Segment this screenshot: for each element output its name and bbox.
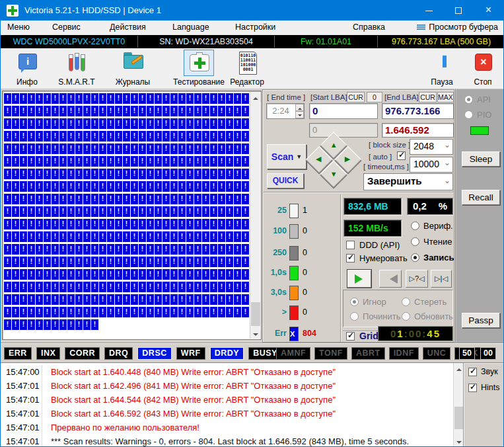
testing-button[interactable]: Тестирование	[167, 50, 231, 87]
block-size-combo[interactable]: 2048⌄	[410, 139, 453, 155]
end-lba-cur-button[interactable]: CUR	[419, 92, 437, 102]
skip-end-button[interactable]: ▷|◁	[431, 270, 452, 288]
block-cell-error: !	[107, 307, 114, 317]
block-cell-error: !	[202, 93, 209, 104]
timeout-combo[interactable]: 10000⌄	[410, 157, 453, 173]
start-lba-cur-button[interactable]: CUR	[347, 92, 365, 102]
skip-question-button[interactable]: ▷?◁	[406, 270, 428, 288]
block-cell-error: !	[115, 307, 122, 317]
smart-button[interactable]: S.M.A.R.T	[55, 50, 98, 87]
start-lba-input[interactable]: 0	[309, 103, 378, 119]
verify-radio[interactable]	[411, 222, 419, 230]
block-cell-error: !	[226, 269, 233, 280]
buffer-view-button[interactable]: Просмотр буфера	[417, 22, 498, 32]
log-scrollbar[interactable]	[453, 363, 463, 446]
end-time-spinner[interactable]: 2:24	[266, 103, 305, 119]
block-cell-error: !	[28, 319, 35, 330]
block-cell-error: !	[20, 106, 27, 116]
on-end-action-combo[interactable]: Завершить⌄	[363, 173, 453, 190]
end-lba-label: [End LBA]	[384, 93, 419, 101]
block-cell-error: !	[59, 143, 67, 154]
block-cell-error: !	[20, 169, 27, 179]
block-cell-error: !	[36, 131, 43, 142]
block-cell-error: !	[67, 206, 75, 217]
menu-item-menu[interactable]: Меню	[7, 22, 30, 32]
block-cell-error: !	[186, 93, 194, 104]
block-cell-error: !	[194, 206, 201, 217]
log-time: 15:47:01	[6, 393, 40, 407]
block-cell-error: !	[36, 194, 43, 204]
info-button[interactable]: i Инфо	[5, 50, 49, 87]
block-cell-error: !	[107, 231, 114, 242]
block-cell-error: !	[210, 93, 217, 104]
block-cell-error: !	[202, 294, 209, 305]
block-cell-error: !	[242, 307, 249, 317]
menu-item-settings[interactable]: Настройки	[235, 22, 275, 32]
block-cell-error: !	[20, 219, 27, 229]
read-radio[interactable]	[411, 237, 419, 246]
block-cell-error: !	[99, 131, 106, 142]
block-cell-error: !	[242, 282, 249, 292]
status-light-drsc: DRSC	[137, 347, 171, 360]
spin-down-icon[interactable]	[295, 111, 304, 118]
hints-checkbox[interactable]: ✓	[468, 384, 477, 392]
scroll-down-icon[interactable]	[250, 329, 261, 339]
log-scroll-thumb[interactable]	[454, 407, 464, 429]
refresh-radio[interactable]	[402, 312, 410, 321]
menu-item-help[interactable]: Справка	[353, 22, 385, 32]
start-lba-zero-button[interactable]: 0	[367, 92, 382, 102]
editor-button[interactable]: 010110 110011 101000 0001 Редактор	[222, 50, 272, 87]
grid-checkbox[interactable]: ✓	[346, 332, 355, 341]
block-cell-error: !	[234, 93, 241, 104]
stop-button[interactable]: × Стоп	[461, 50, 504, 87]
pause-button[interactable]: Пауза	[420, 50, 464, 87]
erase-radio[interactable]	[402, 298, 410, 306]
block-cell-error: !	[139, 294, 146, 305]
block-map-scrollbar[interactable]	[250, 92, 260, 339]
block-cell-error: !	[178, 143, 186, 154]
block-cell-error: !	[4, 194, 11, 204]
recall-button[interactable]: Recall	[462, 190, 500, 205]
scroll-thumb[interactable]	[251, 302, 260, 326]
menu-item-actions[interactable]: Действия	[110, 22, 146, 32]
auto-checkbox[interactable]: ✓	[397, 151, 406, 160]
sleep-button[interactable]: Sleep	[462, 151, 500, 167]
block-cell-error: !	[28, 244, 35, 255]
menu-item-language[interactable]: Language	[172, 22, 209, 32]
numerate-checkbox[interactable]: ✓	[346, 254, 355, 263]
api-radio[interactable]	[464, 95, 473, 104]
block-cell-error: !	[12, 106, 19, 116]
block-cell-error: !	[242, 269, 249, 280]
ignore-radio[interactable]	[350, 298, 359, 306]
minimize-button[interactable]	[414, 1, 444, 20]
close-button[interactable]: ×	[474, 1, 503, 20]
menu-item-service[interactable]: Сервис	[52, 22, 81, 32]
pio-radio[interactable]	[464, 110, 473, 119]
ddd-checkbox[interactable]	[346, 241, 355, 249]
play-button[interactable]	[347, 270, 371, 288]
repair-radio[interactable]	[350, 312, 359, 321]
back-button[interactable]	[379, 270, 402, 288]
passp-button[interactable]: Passp	[462, 313, 500, 328]
block-cell-error: !	[12, 244, 19, 255]
sound-checkbox[interactable]: ✓	[468, 368, 477, 376]
block-cell-error: !	[234, 131, 241, 142]
block-cell-error: !	[162, 156, 170, 167]
counter-value->: 0	[303, 307, 307, 317]
maximize-button[interactable]	[444, 1, 474, 20]
block-cell-error: !	[186, 282, 194, 292]
block-cell-error: !	[234, 206, 241, 217]
block-cell-error: !	[202, 206, 209, 217]
scan-button[interactable]: Scan ▼	[267, 144, 306, 169]
scroll-up-icon[interactable]	[250, 92, 261, 102]
end-lba-max-button[interactable]: MAX	[437, 92, 454, 102]
write-radio[interactable]	[411, 253, 419, 262]
block-cell-error: !	[52, 319, 59, 330]
block-cell-error: !	[242, 194, 249, 204]
log-entry: 15:47:01Block start at 1.644.544 (842 MB…	[1, 393, 450, 407]
block-cell-error: !	[123, 257, 130, 267]
logs-button[interactable]: Журналы	[111, 50, 155, 87]
spin-up-icon[interactable]	[295, 104, 304, 111]
quick-button[interactable]: QUICK	[267, 173, 304, 188]
end-lba-input[interactable]: 976.773.166	[382, 103, 454, 119]
